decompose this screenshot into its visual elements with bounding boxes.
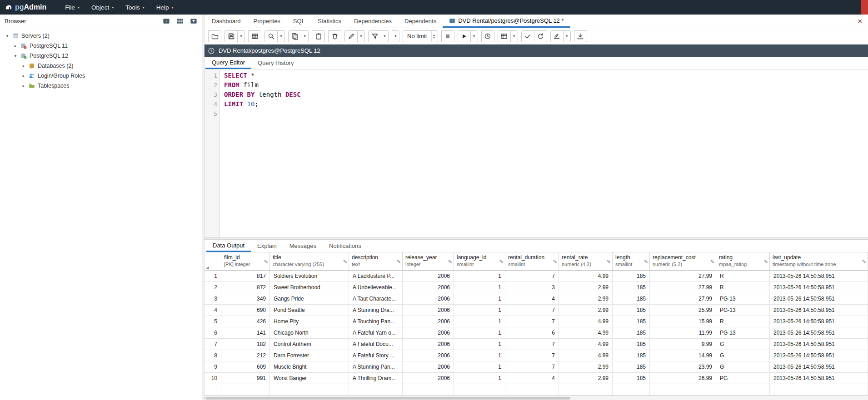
cell-last_update[interactable] <box>770 384 868 395</box>
cell-language_id[interactable]: 1 <box>454 316 505 327</box>
menu-item[interactable]: Object ▾ <box>85 0 120 15</box>
cell-language_id[interactable] <box>454 384 505 395</box>
cell-release_year[interactable]: 2006 <box>403 293 454 305</box>
column-header-last_update[interactable]: last_updatetimestamp without time zone✎ <box>770 252 868 270</box>
tree-item-postgresql-11[interactable]: ▸ PostgreSQL 11 <box>0 41 202 51</box>
cell-title[interactable]: Worst Banger <box>270 373 349 384</box>
cell-title[interactable] <box>270 384 349 395</box>
cell-release_year[interactable]: 2006 <box>403 361 454 373</box>
tab[interactable]: Dependencies <box>348 15 398 28</box>
cell-language_id[interactable]: 1 <box>454 339 505 350</box>
cell-release_year[interactable]: 2006 <box>403 339 454 350</box>
auto-commit-button[interactable] <box>481 30 494 42</box>
cell-replacement_cost[interactable]: 26.99 <box>650 373 716 384</box>
chevron-right-icon[interactable]: ▸ <box>20 64 27 68</box>
cell-film_id[interactable]: 212 <box>221 350 270 361</box>
cell-language_id[interactable]: 1 <box>454 361 505 373</box>
cell-language_id[interactable]: 1 <box>454 293 505 305</box>
cell-replacement_cost[interactable]: 27.99 <box>650 282 716 293</box>
column-header-length[interactable]: lengthsmallint✎ <box>613 252 650 270</box>
save-button[interactable] <box>224 30 238 42</box>
cell-title[interactable]: Soldiers Evolution <box>270 271 349 282</box>
cell-film_id[interactable]: 609 <box>221 361 270 373</box>
tree-item-login-group-roles[interactable]: ▸ Login/Group Roles <box>0 71 202 81</box>
column-header-title[interactable]: titlecharacter varying (255)✎ <box>270 252 349 270</box>
tab[interactable]: SQL <box>287 15 311 28</box>
cell-rating[interactable]: PG-13 <box>716 293 770 305</box>
cell-last_update[interactable]: 2013-05-26 14:50:58.951 <box>770 327 868 339</box>
cell-description[interactable]: A Lacklusture P... <box>349 271 403 282</box>
column-header-rating[interactable]: ratingmpaa_rating✎ <box>716 252 770 270</box>
column-header-description[interactable]: descriptiontext✎ <box>349 252 403 270</box>
row-number[interactable]: 1 <box>205 271 221 282</box>
cell-length[interactable]: 185 <box>613 373 650 384</box>
cell-title[interactable]: Chicago North <box>270 327 349 339</box>
cell-length[interactable]: 185 <box>613 282 650 293</box>
cell-length[interactable]: 185 <box>613 316 650 327</box>
alert-badge[interactable] <box>861 0 868 15</box>
cell-rental_rate[interactable]: 2.99 <box>559 293 613 305</box>
macros-dropdown[interactable]: ▾ <box>563 30 571 42</box>
cell-rental_duration[interactable]: 7 <box>505 271 559 282</box>
cell-replacement_cost[interactable]: 27.99 <box>650 271 716 282</box>
cell-description[interactable]: A Taut Characte... <box>349 293 403 305</box>
cell-replacement_cost[interactable]: 11.99 <box>650 327 716 339</box>
cell-release_year[interactable]: 2006 <box>403 373 454 384</box>
copy-button[interactable] <box>288 30 301 42</box>
row-number[interactable]: 3 <box>205 293 221 305</box>
row-number[interactable]: 6 <box>205 327 221 339</box>
cell-film_id[interactable]: 872 <box>221 282 270 293</box>
cell-rating[interactable]: R <box>716 316 770 327</box>
tree-item-postgresql-12[interactable]: ▾ PostgreSQL 12 <box>0 51 202 61</box>
cell-last_update[interactable]: 2013-05-26 14:50:58.951 <box>770 271 868 282</box>
cell-rating[interactable]: PG-13 <box>716 327 770 339</box>
spinner-arrows-icon[interactable]: ▴▾ <box>431 31 436 42</box>
cell-rental_duration[interactable]: 3 <box>505 282 559 293</box>
chevron-right-icon[interactable]: ▸ <box>20 74 27 78</box>
cell-replacement_cost[interactable]: 14.99 <box>650 350 716 361</box>
cell-language_id[interactable]: 1 <box>454 282 505 293</box>
column-header-replacement_cost[interactable]: replacement_costnumeric (5,2)✎ <box>650 252 716 270</box>
cell-rating[interactable] <box>716 384 770 395</box>
cell-rental_rate[interactable]: 2.99 <box>559 373 613 384</box>
cell-last_update[interactable]: 2013-05-26 14:50:58.951 <box>770 305 868 316</box>
cell-language_id[interactable]: 1 <box>454 271 505 282</box>
edit-button[interactable] <box>344 30 358 42</box>
sort-filter-dropdown[interactable]: ▾ <box>392 30 399 42</box>
cell-film_id[interactable] <box>221 384 270 395</box>
cell-replacement_cost[interactable]: 15.99 <box>650 316 716 327</box>
cell-replacement_cost[interactable]: 25.99 <box>650 305 716 316</box>
cell-film_id[interactable]: 349 <box>221 293 270 305</box>
row-number[interactable]: 9 <box>205 361 221 373</box>
cell-description[interactable] <box>349 384 403 395</box>
cell-rating[interactable]: R <box>716 282 770 293</box>
copy-options-dropdown[interactable]: ▾ <box>301 30 309 42</box>
cell-rental_duration[interactable]: 7 <box>505 361 559 373</box>
cell-rating[interactable]: G <box>716 361 770 373</box>
cell-rating[interactable]: G <box>716 339 770 350</box>
edit-options-dropdown[interactable]: ▾ <box>357 30 365 42</box>
cell-description[interactable]: A Fateful Yarn o... <box>349 327 403 339</box>
explain-options-dropdown[interactable]: ▾ <box>510 30 518 42</box>
row-number[interactable]: 10 <box>205 373 221 384</box>
cell-length[interactable]: 185 <box>613 327 650 339</box>
cell-film_id[interactable]: 426 <box>221 316 270 327</box>
cell-length[interactable]: 185 <box>613 271 650 282</box>
cell-film_id[interactable]: 182 <box>221 339 270 350</box>
cell-film_id[interactable]: 690 <box>221 305 270 316</box>
save-options-dropdown[interactable]: ▾ <box>237 30 245 42</box>
cell-rental_rate[interactable]: 4.99 <box>559 350 613 361</box>
limit-select[interactable]: No limit ▴▾ <box>403 30 438 42</box>
cell-rental_duration[interactable]: 7 <box>505 305 559 316</box>
cell-rental_rate[interactable]: 2.99 <box>559 361 613 373</box>
cell-title[interactable]: Home Pity <box>270 316 349 327</box>
cell-language_id[interactable]: 1 <box>454 327 505 339</box>
cell-rental_rate[interactable]: 4.99 <box>559 327 613 339</box>
cell-description[interactable]: A Touching Pan... <box>349 316 403 327</box>
tree-item-tablespaces[interactable]: ▸ Tablespaces <box>0 81 202 91</box>
column-header-release_year[interactable]: release_yearinteger✎ <box>403 252 454 270</box>
download-csv-button[interactable] <box>574 30 587 42</box>
delete-button[interactable] <box>328 30 341 42</box>
cell-last_update[interactable]: 2013-05-26 14:50:58.951 <box>770 293 868 305</box>
column-header-language_id[interactable]: language_idsmallint✎ <box>454 252 505 270</box>
